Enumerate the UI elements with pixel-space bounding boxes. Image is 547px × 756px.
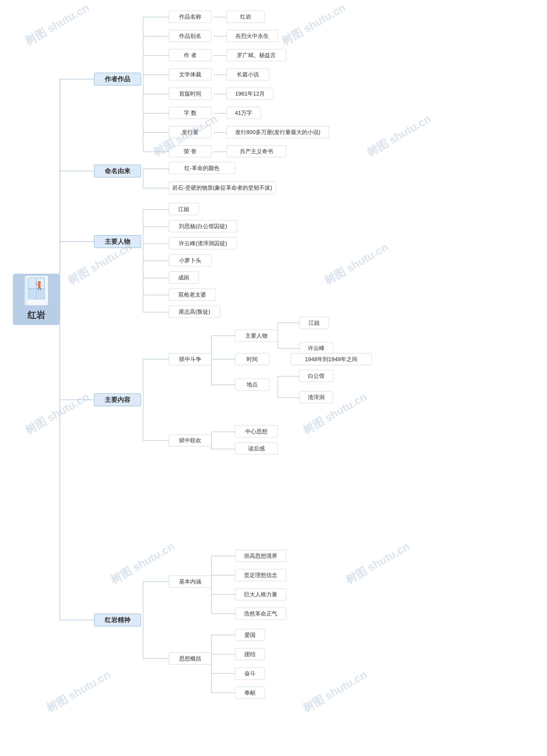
leaf-faxingliang-key: 发行量 <box>169 126 212 138</box>
leaf-rongyu-key: 荣 誉 <box>169 145 212 157</box>
leaf-fengxian: 奉献 <box>235 687 265 699</box>
leaf-zuopin-mingcheng-val: 红岩 <box>227 11 265 23</box>
leaf-haoran-geming: 浩然革命正气 <box>235 608 286 620</box>
leaf-lianhuan-duhougan: 读后感 <box>235 443 278 455</box>
leaf-jiangjie: 江姐 <box>169 203 199 215</box>
leaf-douzheng-zhazidong: 渣滓洞 <box>299 391 333 403</box>
leaf-douzheng-jiangjie: 江姐 <box>299 317 329 329</box>
leaf-zuozhe-val: 罗广斌、杨益言 <box>227 49 286 61</box>
leaf-zuopin-bieming-key: 作品别名 <box>169 30 212 42</box>
leaf-douzheng-xuyunfeng: 许云峰 <box>299 342 333 354</box>
leaf-douzheng-shijian-val: 1948年到1949年之间 <box>290 353 372 365</box>
leaf-rongyu-val: 共产主义奇书 <box>227 145 286 157</box>
connector-lines <box>0 0 547 756</box>
svg-point-82 <box>38 281 41 284</box>
mind-map: 树图 shutu.cn 树图 shutu.cn 树图 shutu.cn 树图 s… <box>0 0 547 756</box>
leaf-zishu-key: 字 数 <box>169 107 212 119</box>
leaf-shoubansijian-key: 首版时间 <box>169 88 212 100</box>
central-node-label: 红岩 <box>27 309 45 321</box>
leaf-yanshi-jiandu: 岩石-坚硬的物质(象征革命者的坚韧不拔) <box>169 181 275 194</box>
leaf-fuzhigao: 甫志高(叛徒) <box>169 306 220 318</box>
leaf-shoubansijian-val: 1961年12月 <box>227 88 274 100</box>
leaf-liusiyang: 刘思杨(白公馆囚徒) <box>169 220 237 232</box>
leaf-chonggao-sixiang: 崇高思想境界 <box>235 550 286 562</box>
leaf-zuozhe-key: 作 者 <box>169 49 212 61</box>
leaf-douzheng-didian: 地点 <box>235 378 269 390</box>
book-illustration <box>19 274 53 307</box>
watermark-7: 树图 shutu.cn <box>22 389 92 438</box>
l1-zhuyao-neirong: 主要内容 <box>94 393 141 406</box>
leaf-wenti-val: 长篇小说 <box>227 68 269 80</box>
watermark-9: 树图 shutu.cn <box>108 539 177 588</box>
watermark-1: 树图 shutu.cn <box>22 0 92 49</box>
svg-rect-87 <box>28 300 45 305</box>
leaf-chenggang: 成岗 <box>169 272 199 284</box>
l1-mingming-youlai: 命名由来 <box>94 165 141 177</box>
leaf-jiben-neihan: 基本内涵 <box>169 576 212 588</box>
leaf-shuangqiang: 双枪老太婆 <box>169 289 216 301</box>
leaf-xiaolobotou: 小萝卜头 <box>169 254 212 266</box>
leaf-douzheng-shijian: 时间 <box>235 353 269 365</box>
central-node: 红岩 <box>13 274 60 325</box>
leaf-zuopin-bieming-val: 在烈火中永生 <box>227 30 278 42</box>
watermark-11: 树图 shutu.cn <box>44 667 113 716</box>
watermark-6: 树图 shutu.cn <box>321 240 391 288</box>
leaf-jianding-lixiang: 坚定理想信念 <box>235 569 286 581</box>
l1-hongyan-jingshen: 红岩精神 <box>94 614 141 626</box>
leaf-sixiang-gaishuo: 思想概括 <box>169 653 212 664</box>
l1-zhuyao-renwu: 主要人物 <box>94 235 141 248</box>
leaf-aiguo: 爱国 <box>235 629 265 641</box>
svg-rect-83 <box>38 284 40 288</box>
leaf-xuyunfeng: 许云峰(渣滓洞囚徒) <box>169 237 237 249</box>
leaf-yuzhong-lianhuan: 狱中联欢 <box>169 434 212 446</box>
watermark-4: 树图 shutu.cn <box>364 111 434 160</box>
leaf-zishu-val: 41万字 <box>227 107 261 119</box>
leaf-fendou: 奋斗 <box>235 667 265 679</box>
leaf-wenti-key: 文学体裁 <box>169 68 212 80</box>
svg-rect-80 <box>29 278 36 288</box>
l1-zuozhe-zuopin: 作者作品 <box>94 73 141 86</box>
watermark-12: 树图 shutu.cn <box>300 667 370 716</box>
leaf-faxingliang-val: 发行800多万册(发行量最大的小说) <box>227 126 329 138</box>
leaf-douzheng-renwu: 主要人物 <box>235 330 278 342</box>
leaf-lianhuan-zhongxin: 中心思想 <box>235 425 278 437</box>
leaf-hong-geming: 红-革命的颜色 <box>169 162 235 174</box>
leaf-douzheng-baigongguan: 白公馆 <box>299 370 333 382</box>
leaf-zuopin-mingcheng-key: 作品名称 <box>169 11 212 23</box>
watermark-2: 树图 shutu.cn <box>279 0 348 49</box>
leaf-yuzhong-douzheng: 狱中斗争 <box>169 353 212 365</box>
watermark-10: 树图 shutu.cn <box>343 539 412 588</box>
leaf-tuanjie: 团结 <box>235 648 265 660</box>
leaf-juda-renge: 巨大人格力量 <box>235 588 286 600</box>
